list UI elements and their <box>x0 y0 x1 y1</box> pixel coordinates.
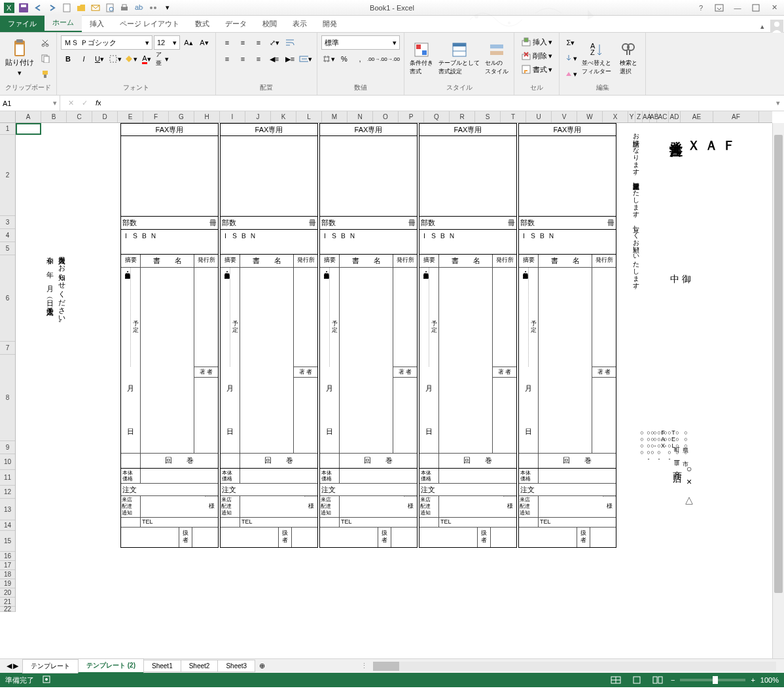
col-header-G[interactable]: G <box>169 111 194 122</box>
col-header-A[interactable]: A <box>16 111 41 122</box>
align-top-icon[interactable]: ≡ <box>220 35 234 50</box>
col-header-L[interactable]: L <box>296 111 322 122</box>
italic-icon[interactable]: I <box>77 52 91 66</box>
align-middle-icon[interactable]: ≡ <box>236 35 250 50</box>
tab-review[interactable]: 校閲 <box>255 16 285 32</box>
col-header-P[interactable]: P <box>399 111 424 122</box>
zoom-level[interactable]: 100% <box>760 676 779 684</box>
col-header-I[interactable]: I <box>220 111 245 122</box>
zoom-thumb[interactable] <box>713 676 718 684</box>
wrap-text-icon[interactable] <box>283 35 297 50</box>
help-icon[interactable]: ? <box>694 2 708 14</box>
undo-icon[interactable] <box>31 1 45 14</box>
zoom-slider[interactable] <box>680 679 745 681</box>
autosum-icon[interactable]: Σ▾ <box>563 35 578 50</box>
maximize-icon[interactable] <box>749 2 763 14</box>
expand-formula-icon[interactable]: ▾ <box>772 99 784 107</box>
sort-filter-button[interactable]: AZ並べ替えと フィルター <box>580 35 613 82</box>
col-header-C[interactable]: C <box>67 111 92 122</box>
font-color-icon[interactable]: A▾ <box>139 52 154 66</box>
row-header-12[interactable]: 12 <box>0 486 15 499</box>
row-header-19[interactable]: 19 <box>0 579 15 588</box>
sheet-tab-4[interactable]: Sheet3 <box>217 660 255 672</box>
print-icon[interactable] <box>118 1 131 14</box>
zoom-in-icon[interactable]: + <box>751 676 755 684</box>
col-header-J[interactable]: J <box>245 111 271 122</box>
col-header-K[interactable]: K <box>271 111 296 122</box>
row-header-7[interactable]: 7 <box>0 342 15 355</box>
tab-split-handle[interactable]: ⋮ <box>361 662 368 670</box>
col-header-AA[interactable]: AA <box>643 111 650 122</box>
col-header-Q[interactable]: Q <box>424 111 450 122</box>
row-header-6[interactable]: 6 <box>0 255 15 342</box>
fx-icon[interactable]: fx <box>96 99 101 107</box>
indent-decrease-icon[interactable]: ◀≡ <box>267 52 281 66</box>
format-cells-button[interactable]: 書式 ▾ <box>518 63 555 76</box>
v-scroll-thumb[interactable] <box>774 135 783 593</box>
row-header-8[interactable]: 8 <box>0 355 15 441</box>
align-center-icon[interactable]: ≡ <box>236 52 250 66</box>
minimize-icon[interactable]: — <box>730 2 745 14</box>
account-icon[interactable] <box>770 20 784 32</box>
align-left-icon[interactable]: ≡ <box>220 52 234 66</box>
row-header-15[interactable]: 15 <box>0 531 15 552</box>
col-header-W[interactable]: W <box>577 111 603 122</box>
select-all-corner[interactable] <box>0 111 16 123</box>
preview-icon[interactable] <box>103 1 116 14</box>
close-icon[interactable]: ✕ <box>767 2 781 14</box>
zoom-out-icon[interactable]: − <box>671 676 675 684</box>
accounting-icon[interactable]: ▾ <box>321 52 336 66</box>
orientation-icon[interactable]: ⤢▾ <box>267 35 281 50</box>
row-header-14[interactable]: 14 <box>0 520 15 531</box>
tab-file[interactable]: ファイル <box>0 16 45 32</box>
comma-icon[interactable]: , <box>353 52 367 66</box>
conditional-format-button[interactable]: 条件付き 書式 <box>408 35 435 82</box>
row-header-4[interactable]: 4 <box>0 229 15 242</box>
row-header-1[interactable]: 1 <box>0 123 15 135</box>
h-scroll-thumb[interactable] <box>373 662 399 671</box>
row-header-11[interactable]: 11 <box>0 470 15 486</box>
tab-page-layout[interactable]: ページ レイアウト <box>112 16 187 32</box>
fill-icon[interactable]: ▾ <box>563 51 578 65</box>
sheet-tab-0[interactable]: テンプレート <box>22 659 79 673</box>
ribbon-options-icon[interactable] <box>712 2 726 14</box>
col-header-Y[interactable]: Y <box>628 111 635 122</box>
border-icon[interactable]: ▾ <box>108 52 122 66</box>
row-header-16[interactable]: 16 <box>0 552 15 561</box>
row-header-22[interactable]: 22 <box>0 607 15 612</box>
sheet-nav-prev-icon[interactable]: ◀ <box>7 662 12 670</box>
delete-cells-button[interactable]: 削除 ▾ <box>518 49 555 62</box>
mail-icon[interactable] <box>89 1 102 14</box>
cut-icon[interactable] <box>38 35 52 50</box>
percent-icon[interactable]: % <box>337 52 351 66</box>
row-header-13[interactable]: 13 <box>0 499 15 520</box>
add-sheet-button[interactable]: ⊕ <box>255 662 269 670</box>
align-right-icon[interactable]: ≡ <box>251 52 266 66</box>
macro-record-icon[interactable] <box>42 675 51 685</box>
name-box[interactable]: A1▾ <box>0 96 60 111</box>
format-painter-icon[interactable] <box>38 67 52 81</box>
col-header-H[interactable]: H <box>194 111 220 122</box>
col-header-V[interactable]: V <box>552 111 577 122</box>
paste-button[interactable]: 貼り付け ▾ <box>4 35 35 82</box>
vertical-scrollbar[interactable] <box>772 123 784 658</box>
horizontal-scrollbar[interactable] <box>373 662 776 671</box>
underline-icon[interactable]: U▾ <box>92 52 107 66</box>
row-header-10[interactable]: 10 <box>0 454 15 470</box>
spelling-icon[interactable]: abc <box>132 1 145 14</box>
tab-view[interactable]: 表示 <box>285 16 315 32</box>
redo-icon[interactable] <box>46 1 59 14</box>
col-header-M[interactable]: M <box>322 111 347 122</box>
increase-decimal-icon[interactable]: .00→.0 <box>368 52 383 66</box>
sheet-tab-2[interactable]: Sheet1 <box>143 660 181 672</box>
row-header-18[interactable]: 18 <box>0 570 15 579</box>
col-header-R[interactable]: R <box>450 111 475 122</box>
sheet-tab-1[interactable]: テンプレート (2) <box>78 658 144 673</box>
shrink-font-icon[interactable]: A▾ <box>197 35 211 50</box>
find-select-button[interactable]: 検索と 選択 <box>615 35 641 82</box>
excel-icon[interactable]: X <box>3 1 16 14</box>
row-header-20[interactable]: 20 <box>0 588 15 598</box>
merge-icon[interactable]: ▾ <box>298 52 313 66</box>
collapse-ribbon-icon[interactable]: ▴ <box>755 20 770 32</box>
phonetic-icon[interactable]: ア亜▾ <box>155 52 169 66</box>
